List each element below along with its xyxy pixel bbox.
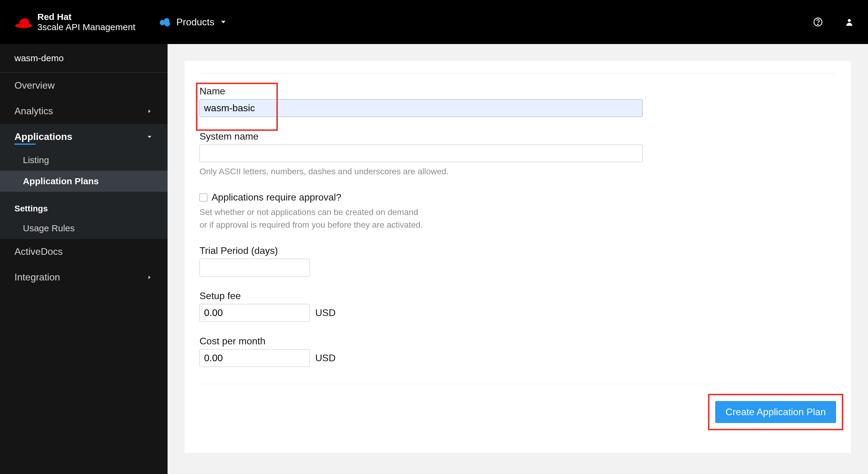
sidebar-item-label: Analytics xyxy=(14,106,53,117)
chevron-right-icon xyxy=(146,274,153,281)
name-input[interactable] xyxy=(199,99,643,117)
brand-title: Red Hat xyxy=(37,12,135,22)
sidebar-section-settings: Settings xyxy=(0,192,167,218)
svg-point-6 xyxy=(848,19,851,22)
sidebar-item-label: ActiveDocs xyxy=(14,246,63,257)
top-header: Red Hat 3scale API Management Products xyxy=(0,0,868,44)
sidebar-item-label: Overview xyxy=(14,80,55,91)
setup-fee-label: Setup fee xyxy=(199,290,836,301)
sidebar-subitem-listing[interactable]: Listing xyxy=(0,150,167,171)
form-group-approval: Applications require approval? Set wheth… xyxy=(199,192,836,231)
currency-label: USD xyxy=(315,307,336,318)
sidebar-item-label: Applications xyxy=(14,131,72,142)
sidebar-item-label: Usage Rules xyxy=(23,223,75,233)
cost-label: Cost per month xyxy=(199,335,836,347)
sidebar-item-integration[interactable]: Integration xyxy=(0,264,167,290)
system-name-label: System name xyxy=(199,131,836,142)
sidebar: wasm-demo Overview Analytics Application… xyxy=(0,44,167,474)
trial-label: Trial Period (days) xyxy=(199,245,836,256)
brand-subtitle: 3scale API Management xyxy=(37,22,135,33)
form-group-trial: Trial Period (days) xyxy=(199,245,836,276)
form-group-name: Name xyxy=(199,86,836,117)
brand[interactable]: Red Hat 3scale API Management xyxy=(14,12,135,33)
approval-label: Applications require approval? xyxy=(212,192,341,203)
setup-fee-input[interactable] xyxy=(199,304,310,322)
sidebar-subitem-application-plans[interactable]: Application Plans xyxy=(0,171,167,192)
sidebar-subitem-usage-rules[interactable]: Usage Rules xyxy=(0,218,167,239)
chevron-down-icon xyxy=(146,133,153,141)
chevron-down-icon xyxy=(220,19,227,26)
products-icon xyxy=(159,16,171,28)
sidebar-item-overview[interactable]: Overview xyxy=(0,73,167,98)
svg-point-3 xyxy=(164,21,170,27)
sidebar-item-label: Listing xyxy=(23,155,49,165)
create-application-plan-button[interactable]: Create Application Plan xyxy=(715,401,836,423)
form-panel: Name System name Only ASCII letters, num… xyxy=(184,61,851,453)
system-name-help: Only ASCII letters, numbers, dashes and … xyxy=(199,165,836,178)
sidebar-item-analytics[interactable]: Analytics xyxy=(0,98,167,124)
main-content: Name System name Only ASCII letters, num… xyxy=(167,44,868,474)
help-icon[interactable] xyxy=(813,17,823,27)
sidebar-item-label: Integration xyxy=(14,272,60,283)
sidebar-item-applications[interactable]: Applications xyxy=(0,124,167,150)
svg-point-5 xyxy=(818,24,818,25)
cost-input[interactable] xyxy=(199,349,310,367)
trial-input[interactable] xyxy=(199,259,310,276)
user-icon[interactable] xyxy=(844,17,854,27)
products-dropdown[interactable]: Products xyxy=(159,16,227,28)
system-name-input[interactable] xyxy=(199,144,643,162)
sidebar-context-title: wasm-demo xyxy=(0,44,167,73)
redhat-logo-icon xyxy=(14,12,33,32)
approval-help-1: Set whether or not applications can be c… xyxy=(199,206,836,218)
sidebar-item-activedocs[interactable]: ActiveDocs xyxy=(0,239,167,264)
chevron-right-icon xyxy=(146,108,153,115)
form-group-system-name: System name Only ASCII letters, numbers,… xyxy=(199,131,836,178)
name-label: Name xyxy=(199,86,836,97)
approval-help-2: or if approval is required from you befo… xyxy=(199,218,836,231)
products-label: Products xyxy=(176,17,214,28)
form-group-cost: Cost per month USD xyxy=(199,335,836,367)
currency-label: USD xyxy=(315,353,336,364)
sidebar-item-label: Application Plans xyxy=(23,176,99,186)
sidebar-section-label: Settings xyxy=(14,204,48,213)
approval-checkbox[interactable] xyxy=(199,194,207,201)
form-group-setup-fee: Setup fee USD xyxy=(199,290,836,322)
